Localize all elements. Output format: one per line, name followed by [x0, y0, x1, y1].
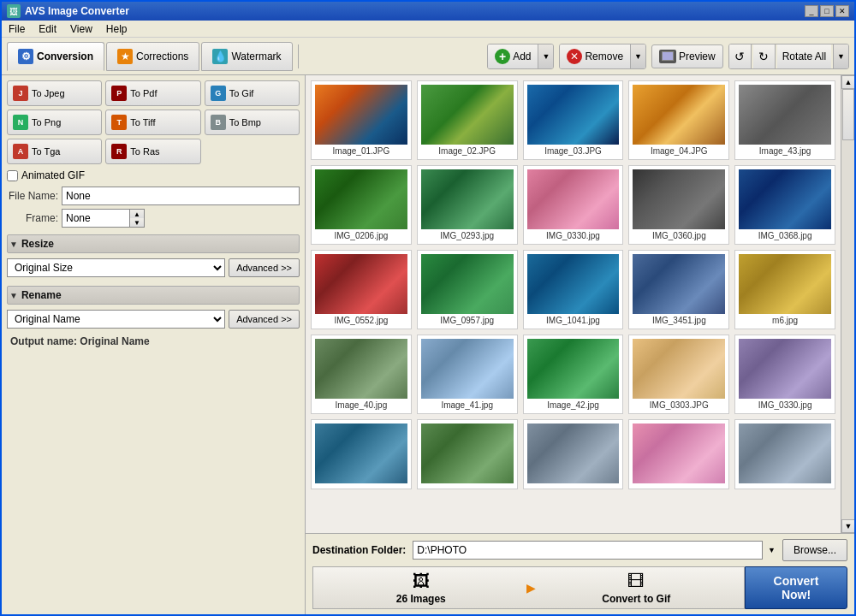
rotate-left-button[interactable]: ↺ [729, 44, 752, 68]
scroll-track[interactable] [841, 89, 854, 519]
image-thumb-18[interactable]: IMG_0303.JPG [628, 335, 729, 414]
format-pdf[interactable]: P To Pdf [105, 80, 200, 106]
image-thumb-19[interactable]: IMG_0330.jpg [734, 335, 835, 414]
output-name-row: Output name: Original Name [7, 334, 300, 349]
thumb-label-17: Image_42.jpg [547, 400, 599, 410]
image-thumb-3[interactable]: Image_04.JPG [628, 80, 729, 160]
image-grid: Image_01.JPGImage_02.JPGImage_03.JPGImag… [311, 80, 835, 489]
dest-dropdown-arrow: ▼ [768, 546, 776, 554]
resize-row: Original Size Advanced >> [7, 257, 300, 279]
format-tiff[interactable]: T To Tiff [105, 110, 200, 135]
image-thumb-11[interactable]: IMG_0957.jpg [417, 250, 518, 329]
image-thumb-8[interactable]: IMG_0360.jpg [628, 165, 729, 245]
step1-label: 26 Images [396, 593, 446, 605]
thumb-label-8: IMG_0360.jpg [652, 231, 706, 240]
add-button[interactable]: + Add [488, 44, 538, 68]
preview-button[interactable]: Preview [651, 44, 723, 68]
close-button[interactable]: ✕ [835, 5, 849, 17]
file-name-input[interactable] [62, 187, 300, 205]
browse-button[interactable]: Browse... [782, 539, 847, 561]
remove-action[interactable]: ✕ Remove ▼ [559, 44, 646, 69]
format-jpeg[interactable]: J To Jpeg [7, 80, 102, 106]
tab-conversion[interactable]: ⚙ Conversion [7, 42, 104, 71]
format-bmp[interactable]: B To Bmp [205, 110, 300, 135]
destination-input[interactable] [413, 541, 763, 560]
svg-rect-1 [663, 52, 673, 60]
separator-1 [298, 44, 299, 68]
scroll-down-button[interactable]: ▼ [841, 519, 854, 533]
thumb-image-10 [315, 254, 407, 314]
image-thumb-22[interactable] [523, 419, 624, 489]
frame-spinner-buttons: ▲ ▼ [130, 209, 145, 228]
menu-edit[interactable]: Edit [35, 22, 60, 36]
thumb-label-10: IMG_0552.jpg [334, 316, 388, 325]
tab-watermark[interactable]: 💧 Watermark [201, 42, 292, 71]
image-thumb-14[interactable]: m6.jpg [734, 250, 835, 329]
scrollbar-vertical[interactable]: ▲ ▼ [841, 75, 854, 533]
animated-gif-checkbox[interactable] [7, 170, 18, 181]
frame-down-button[interactable]: ▼ [130, 218, 144, 227]
rename-select[interactable]: Original Name [7, 310, 225, 329]
thumb-label-4: Image_43.jpg [759, 146, 811, 156]
tiff-icon: T [111, 115, 127, 130]
image-thumb-15[interactable]: Image_40.jpg [311, 335, 412, 414]
thumb-label-16: Image_41.jpg [441, 400, 493, 410]
tab-corrections[interactable]: ★ Corrections [106, 42, 199, 71]
image-thumb-21[interactable] [417, 419, 518, 489]
image-thumb-10[interactable]: IMG_0552.jpg [311, 250, 412, 329]
ras-icon: R [111, 144, 127, 159]
maximize-button[interactable]: □ [820, 5, 834, 17]
menu-help[interactable]: Help [103, 22, 131, 36]
frame-up-button[interactable]: ▲ [130, 210, 144, 218]
thumb-image-3 [633, 85, 725, 145]
rotate-all-button[interactable]: Rotate All [777, 44, 831, 68]
image-thumb-12[interactable]: IMG_1041.jpg [523, 250, 624, 329]
menu-view[interactable]: View [67, 22, 96, 36]
format-ras[interactable]: R To Ras [105, 139, 200, 164]
app-icon: 🖼 [7, 4, 21, 18]
thumb-label-11: IMG_0957.jpg [440, 316, 494, 325]
image-thumb-1[interactable]: Image_02.JPG [417, 80, 518, 160]
format-gif[interactable]: G To Gif [205, 80, 300, 106]
resize-advanced-button[interactable]: Advanced >> [229, 258, 300, 277]
rotate-all-dropdown-arrow[interactable]: ▼ [833, 44, 848, 68]
remove-dropdown-arrow[interactable]: ▼ [630, 44, 645, 68]
thumb-image-12 [527, 254, 620, 314]
image-grid-container[interactable]: Image_01.JPGImage_02.JPGImage_03.JPGImag… [306, 75, 841, 533]
image-thumb-4[interactable]: Image_43.jpg [734, 80, 835, 160]
menu-file[interactable]: File [5, 22, 28, 36]
resize-select[interactable]: Original Size [7, 258, 225, 277]
image-thumb-13[interactable]: IMG_3451.jpg [628, 250, 729, 329]
image-thumb-2[interactable]: Image_03.JPG [523, 80, 624, 160]
image-thumb-16[interactable]: Image_41.jpg [417, 335, 518, 414]
format-tga[interactable]: A To Tga [7, 139, 102, 164]
image-thumb-20[interactable] [311, 419, 412, 489]
add-dropdown-arrow[interactable]: ▼ [538, 44, 553, 68]
image-thumb-5[interactable]: IMG_0206.jpg [311, 165, 412, 245]
thumb-image-1 [421, 85, 514, 145]
animated-gif-label[interactable]: Animated GIF [7, 169, 85, 181]
thumb-image-4 [739, 85, 831, 145]
main-window: 🖼 AVS Image Converter _ □ ✕ File Edit Vi… [0, 0, 856, 616]
scroll-up-button[interactable]: ▲ [841, 75, 854, 89]
image-thumb-24[interactable] [734, 419, 835, 489]
rename-advanced-button[interactable]: Advanced >> [229, 310, 300, 329]
format-png[interactable]: N To Png [7, 110, 102, 135]
convert-now-button[interactable]: Convert Now! [745, 566, 847, 609]
minimize-button[interactable]: _ [805, 5, 818, 17]
image-thumb-9[interactable]: IMG_0368.jpg [734, 165, 835, 245]
image-thumb-23[interactable] [628, 419, 729, 489]
frame-input[interactable] [62, 209, 130, 228]
add-action[interactable]: + Add ▼ [487, 44, 554, 69]
thumb-image-11 [421, 254, 514, 314]
remove-button[interactable]: ✕ Remove [560, 44, 630, 68]
rotate-right-button[interactable]: ↻ [753, 44, 776, 68]
image-thumb-0[interactable]: Image_01.JPG [311, 80, 412, 160]
rotate-actions: ↺ ↻ Rotate All ▼ [728, 44, 849, 69]
image-thumb-6[interactable]: IMG_0293.jpg [417, 165, 518, 245]
thumb-label-3: Image_04.JPG [651, 146, 708, 156]
image-thumb-17[interactable]: Image_42.jpg [523, 335, 624, 414]
scroll-thumb[interactable] [842, 89, 854, 140]
image-thumb-7[interactable]: IMG_0330.jpg [523, 165, 624, 245]
animated-gif-row: Animated GIF [7, 168, 300, 183]
